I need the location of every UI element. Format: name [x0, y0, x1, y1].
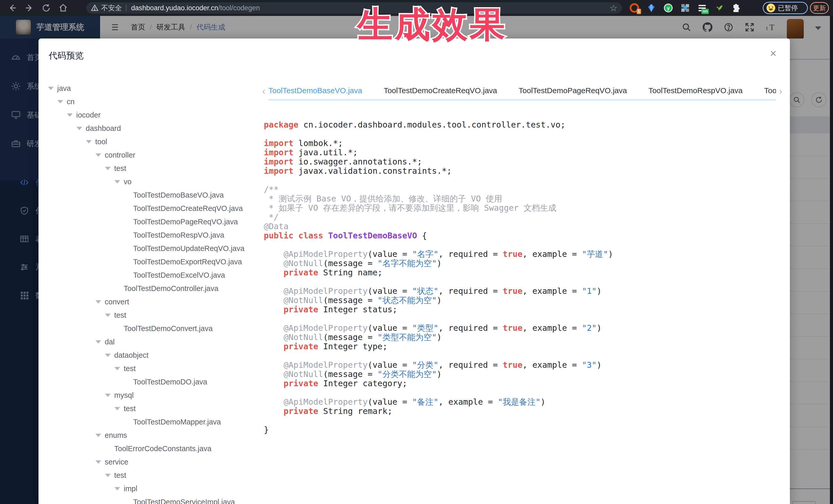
tree-folder[interactable]: test — [39, 469, 259, 482]
extension-badge: 1 — [637, 9, 641, 14]
code-line: import lombok.*; — [264, 139, 780, 148]
code-line: * 测试示例 Base VO，提供给添加、修改、详细的子 VO 使用 — [264, 194, 780, 203]
caret-down-icon[interactable] — [57, 100, 63, 103]
address-bar[interactable]: 不安全 dashboard.yudao.iocoder.cn/tool/code… — [86, 2, 622, 14]
tree-node-label: ToolTestDemoController.java — [124, 284, 218, 293]
caret-down-icon[interactable] — [105, 354, 111, 357]
list-extension-icon[interactable]: on — [697, 3, 707, 13]
tree-folder[interactable]: cn — [39, 95, 259, 108]
tree-folder[interactable]: dal — [39, 335, 259, 349]
gem-extension-icon[interactable] — [646, 3, 657, 13]
tabs-scroll-right-icon[interactable]: › — [776, 86, 785, 97]
caret-down-icon[interactable] — [115, 407, 120, 410]
tree-node-label: ToolTestDemoPageReqVO.java — [133, 218, 238, 226]
code-line: import io.swagger.annotations.*; — [264, 157, 780, 166]
caret-down-icon[interactable] — [105, 474, 111, 477]
tree-folder[interactable]: enums — [39, 429, 259, 442]
browser-scrollbar[interactable] — [830, 16, 833, 504]
tree-folder[interactable]: test — [39, 162, 259, 175]
tree-folder[interactable]: test — [39, 362, 259, 375]
home-icon[interactable] — [58, 3, 68, 13]
caret-down-icon[interactable] — [115, 180, 120, 184]
caret-down-icon[interactable] — [115, 367, 120, 370]
caret-down-icon[interactable] — [95, 340, 101, 344]
caret-down-icon[interactable] — [95, 460, 101, 464]
reload-icon[interactable] — [42, 3, 51, 13]
code-line: @ApiModelProperty(value = "备注", example … — [264, 397, 780, 407]
tree-file[interactable]: ToolTestDemoBaseVO.java — [39, 188, 259, 202]
tree-folder[interactable]: iocoder — [39, 108, 259, 122]
caret-placeholder — [124, 208, 129, 209]
tree-file[interactable]: ToolTestDemoConvert.java — [39, 322, 259, 335]
file-tab-ToolTestDemoPageReqVO.java[interactable]: ToolTestDemoPageReqVO.java — [519, 82, 627, 100]
tree-folder[interactable]: test — [39, 309, 259, 322]
tree-file[interactable]: ToolTestDemoExcelVO.java — [39, 268, 259, 282]
browser-menu-icon[interactable]: ⋮ — [830, 3, 832, 6]
file-tab-ToolTestDemoRespVO.java[interactable]: ToolTestDemoRespVO.java — [648, 82, 743, 100]
tree-folder[interactable]: impl — [39, 482, 259, 495]
tree-file[interactable]: ToolTestDemoServiceImpl.java — [39, 495, 259, 504]
tree-folder[interactable]: dashboard — [39, 122, 259, 135]
tree-node-label: mysql — [114, 391, 134, 400]
caret-down-icon[interactable] — [105, 167, 111, 170]
tree-file[interactable]: ToolTestDemoMapper.java — [39, 415, 259, 429]
caret-down-icon[interactable] — [86, 140, 92, 143]
tree-folder[interactable]: convert — [39, 295, 259, 309]
tree-node-label: ToolTestDemoConvert.java — [124, 325, 213, 333]
code-line: @NotNull(message = "分类不能为空") — [264, 369, 780, 379]
tree-file[interactable]: ToolTestDemoExportReqVO.java — [39, 255, 259, 268]
tree-file[interactable]: ToolTestDemoCreateReqVO.java — [39, 202, 259, 215]
close-icon[interactable]: × — [770, 48, 777, 59]
code-line: import java.util.*; — [264, 148, 780, 157]
tree-folder[interactable]: controller — [39, 148, 259, 162]
tabs-scroll-left-icon[interactable]: ‹ — [259, 86, 268, 97]
code-line: @NotNull(message = "名字不能为空") — [264, 259, 780, 268]
sprout-extension-icon[interactable] — [714, 3, 724, 13]
security-label[interactable]: 不安全 — [101, 3, 122, 13]
tree-file[interactable]: ToolTestDemoRespVO.java — [39, 229, 259, 242]
tree-file[interactable]: ToolTestDemoUpdateReqVO.java — [39, 242, 259, 255]
caret-down-icon[interactable] — [95, 300, 101, 304]
file-tab-ToolTe[interactable]: ToolTe — [764, 82, 776, 100]
url-host[interactable]: dashboard.yudao.iocoder.cn — [131, 4, 218, 12]
insecure-warning-icon[interactable] — [91, 4, 98, 12]
tree-folder[interactable]: test — [39, 402, 259, 415]
caret-down-icon[interactable] — [67, 114, 73, 117]
back-icon[interactable] — [8, 3, 17, 13]
tree-node-label: impl — [124, 484, 137, 493]
tree-file[interactable]: ToolTestDemoController.java — [39, 282, 259, 295]
caret-placeholder — [124, 275, 129, 275]
tree-folder[interactable]: mysql — [39, 388, 259, 402]
forward-icon[interactable] — [25, 3, 34, 13]
tree-folder[interactable]: service — [39, 455, 259, 469]
tree-folder[interactable]: dataobject — [39, 349, 259, 362]
file-tree: javacniocoderdashboardtoolcontrollertest… — [39, 81, 259, 504]
code-line: @ApiModelProperty(value = "状态", required… — [264, 286, 780, 296]
tree-node-label: ToolTestDemoBaseVO.java — [133, 191, 224, 199]
code-line — [264, 388, 780, 397]
caret-down-icon[interactable] — [105, 394, 111, 397]
caret-down-icon[interactable] — [105, 314, 111, 317]
browser-update-button[interactable]: 更新 — [810, 2, 829, 14]
puzzle-extension-icon[interactable] — [731, 3, 741, 13]
tree-folder[interactable]: java — [39, 81, 259, 95]
tree-folder[interactable]: vo — [39, 175, 259, 188]
file-tab-ToolTestDemoCreateReqVO.java[interactable]: ToolTestDemoCreateReqVO.java — [384, 82, 497, 100]
caret-down-icon[interactable] — [76, 127, 82, 130]
tree-file[interactable]: ToolErrorCodeConstants.java — [39, 442, 259, 455]
url-path[interactable]: /tool/codegen — [218, 4, 260, 12]
green-y-extension-icon[interactable]: y — [663, 3, 673, 13]
tree-node-label: ToolTestDemoUpdateReqVO.java — [133, 244, 244, 253]
caret-down-icon[interactable] — [48, 87, 54, 90]
caret-down-icon[interactable] — [95, 153, 101, 157]
tree-file[interactable]: ToolTestDemoPageReqVO.java — [39, 215, 259, 229]
caret-down-icon[interactable] — [95, 434, 101, 437]
profile-sync-paused-button[interactable]: 已暂停 — [763, 2, 808, 14]
tiles-extension-icon[interactable] — [680, 3, 690, 13]
file-tab-ToolTestDemoBaseVO.java[interactable]: ToolTestDemoBaseVO.java — [268, 82, 362, 101]
tree-file[interactable]: ToolTestDemoDO.java — [39, 375, 259, 388]
caret-down-icon[interactable] — [115, 487, 120, 490]
ubuntu-extension-icon[interactable]: 1 — [629, 3, 640, 13]
bookmark-star-icon[interactable]: ☆ — [610, 4, 617, 12]
tree-folder[interactable]: tool — [39, 135, 259, 148]
